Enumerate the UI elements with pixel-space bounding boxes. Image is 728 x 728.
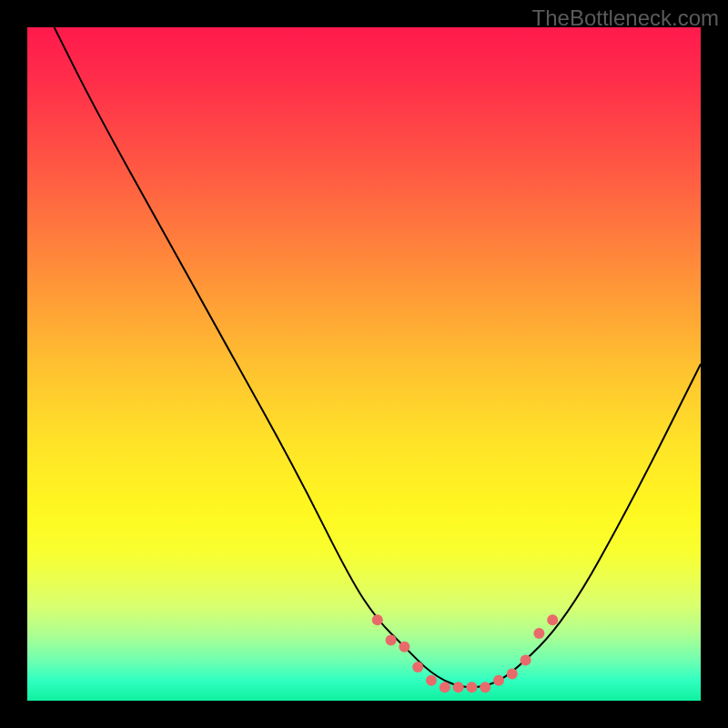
data-marker: [533, 628, 544, 639]
data-marker: [480, 682, 490, 693]
data-marker: [507, 668, 518, 679]
curve-group: [55, 27, 701, 687]
data-marker: [547, 614, 558, 625]
data-marker: [386, 634, 397, 645]
markers-group: [372, 614, 558, 693]
data-marker: [372, 614, 383, 625]
watermark-text: TheBottleneck.com: [532, 5, 719, 31]
chart-container: TheBottleneck.com: [0, 0, 728, 728]
bottleneck-curve: [55, 27, 701, 687]
data-marker: [453, 682, 464, 693]
plot-area: [27, 27, 701, 701]
data-marker: [412, 662, 423, 672]
data-marker: [440, 682, 450, 693]
data-marker: [466, 682, 477, 693]
data-marker: [426, 675, 437, 686]
data-marker: [493, 675, 504, 686]
chart-svg: [27, 27, 701, 701]
data-marker: [399, 642, 410, 652]
data-marker: [521, 655, 531, 666]
